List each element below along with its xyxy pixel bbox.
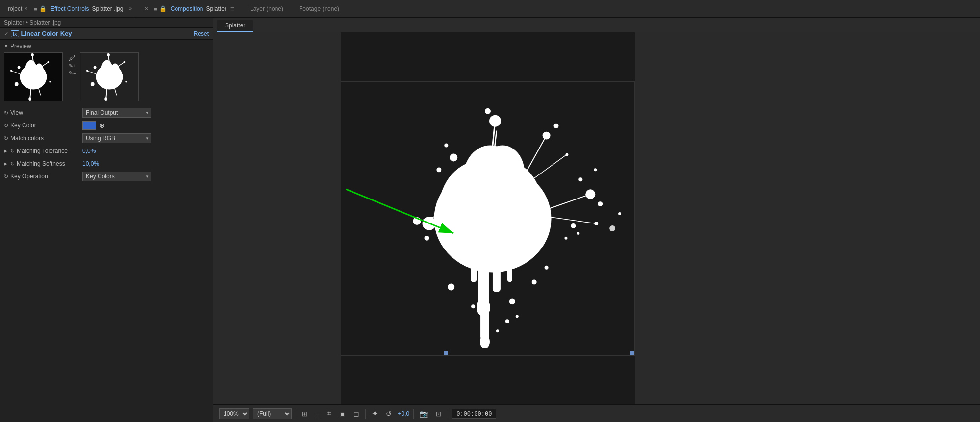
matching-tolerance-label-group: ▶ ↻ Matching Tolerance (4, 148, 82, 154)
result-thumbnail-container (80, 52, 139, 101)
zoom-dropdown[interactable]: 100% 50% 200% Fit (219, 408, 249, 419)
handle-bottom-right[interactable] (630, 351, 634, 355)
quality-dropdown[interactable]: (Full) (Half) (Quarter) (253, 408, 292, 419)
match-colors-label-group: ↻ Match colors (4, 135, 82, 142)
view-dropdown[interactable]: Final Output Source Only Matte Only (82, 108, 151, 118)
svg-point-79 (505, 319, 509, 323)
effect-controls-panel: Splatter • Splatter .jpg ✓ fx Linear Col… (0, 18, 213, 422)
svg-point-63 (450, 153, 457, 161)
splatter-art-svg (341, 82, 634, 355)
svg-point-22 (107, 53, 110, 56)
color-plus-value[interactable]: +0,0 (398, 410, 409, 417)
svg-point-66 (448, 283, 454, 290)
viewer-tabs: Splatter (213, 18, 980, 32)
svg-point-56 (594, 168, 597, 171)
handle-bottom-left[interactable] (444, 351, 448, 355)
matching-softness-value-group: 10,0% (82, 160, 209, 167)
source-thumbnail-container (4, 52, 63, 101)
snapshot-icon[interactable]: 📷 (418, 409, 430, 419)
quality-dropdown-wrapper: (Full) (Half) (Quarter) (253, 408, 292, 419)
key-color-cycle-icon[interactable]: ↻ (4, 123, 8, 129)
svg-point-69 (509, 298, 515, 304)
matching-softness-value[interactable]: 10,0% (82, 160, 99, 167)
svg-point-16 (24, 72, 43, 86)
timecode-display: 0:00:00:00 (452, 409, 496, 419)
region-of-interest-icon[interactable]: ⌗ (326, 408, 333, 419)
breadcrumb: Splatter • Splatter .jpg (0, 18, 213, 28)
source-thumbnail[interactable] (4, 52, 63, 101)
svg-point-67 (532, 279, 537, 284)
project-tab-label: roject (8, 5, 22, 12)
preview-collapse-arrow[interactable]: ▼ (4, 44, 8, 49)
tab-splatter[interactable]: Splatter (217, 20, 253, 32)
view-label: View (10, 109, 23, 116)
svg-point-11 (18, 66, 21, 69)
key-operation-dropdown[interactable]: Key Colors Keep Colors (82, 172, 151, 181)
svg-point-70 (471, 304, 475, 308)
effect-enabled-checkbox[interactable]: ✓ (4, 30, 9, 37)
toolbar-divider-1 (296, 409, 296, 419)
comp-menu-icon[interactable]: ≡ (230, 5, 234, 13)
viewer-quality-icon[interactable]: □ (314, 409, 322, 419)
svg-point-45 (480, 335, 490, 348)
matching-tolerance-label: Matching Tolerance (17, 148, 68, 154)
eyedropper-minus-icon[interactable]: ✎− (69, 71, 76, 76)
eyedropper-plus-icon[interactable]: 🖊 (69, 54, 76, 61)
view-cycle-icon[interactable]: ↻ (4, 110, 8, 116)
color-correction-icon[interactable]: ✦ (370, 408, 380, 419)
matching-softness-label-group: ▶ ↻ Matching Softness (4, 160, 82, 167)
svg-point-15 (10, 70, 12, 72)
composition-frame (341, 81, 635, 356)
key-operation-cycle-icon[interactable]: ↻ (4, 174, 8, 180)
svg-point-30 (91, 82, 95, 86)
key-color-label: Key Color (10, 122, 36, 129)
show-channel-icon[interactable]: ▣ (337, 409, 348, 419)
softness-expand-icon[interactable]: ▶ (4, 161, 7, 166)
key-operation-dropdown-wrapper: Key Colors Keep Colors (82, 172, 151, 181)
composition-close-tab[interactable]: ✕ (140, 4, 152, 13)
toolbar-divider-3 (413, 409, 414, 419)
toggle-transparency-grid-icon[interactable]: ⊞ (300, 409, 310, 419)
reset-button[interactable]: Reset (194, 30, 209, 37)
tolerance-expand-icon[interactable]: ▶ (4, 149, 7, 153)
toolbar-divider-4 (448, 409, 448, 419)
toolbar-divider-2 (365, 409, 366, 419)
eyedropper-icon[interactable]: ⊕ (99, 122, 105, 129)
right-section: Splatter (213, 18, 980, 422)
composition-tab-section: ✕ ■ 🔒 Composition Splatter ≡ (136, 0, 238, 17)
softness-cycle-icon[interactable]: ↻ (10, 161, 15, 167)
project-tab-close[interactable]: ✕ (24, 6, 28, 11)
svg-point-77 (577, 231, 579, 234)
preview-label-text: Preview (10, 43, 31, 50)
match-colors-cycle-icon[interactable]: ↻ (4, 135, 8, 142)
key-color-value-group: ⊕ (82, 121, 209, 130)
comp-close-icon[interactable]: ✕ (144, 6, 148, 11)
show-snapshot-icon[interactable]: ⊡ (434, 409, 444, 419)
svg-point-57 (609, 225, 615, 231)
key-color-control-row: ↻ Key Color ⊕ (0, 119, 213, 132)
refresh-icon[interactable]: ↺ (384, 409, 394, 419)
key-color-label-group: ↻ Key Color (4, 122, 82, 129)
viewer-main: Splatter (213, 18, 980, 404)
key-operation-control-row: ↻ Key Operation Key Colors Keep Colors (0, 170, 213, 183)
result-thumbnail[interactable] (80, 52, 139, 101)
zoom-control: 100% 50% 200% Fit (219, 408, 249, 419)
matching-tolerance-value[interactable]: 0,0% (82, 148, 96, 154)
svg-rect-42 (471, 257, 477, 282)
expand-arrow-icon[interactable]: » (129, 6, 132, 11)
key-color-swatch[interactable] (82, 121, 96, 130)
tolerance-cycle-icon[interactable]: ↻ (10, 148, 15, 154)
svg-point-24 (124, 61, 126, 63)
svg-point-12 (49, 81, 51, 83)
match-colors-dropdown[interactable]: Using RGB Using Hue Using Chroma (82, 133, 151, 143)
3d-view-icon[interactable]: ◻ (352, 409, 361, 419)
eyedropper-add-icon[interactable]: ✎+ (69, 63, 76, 69)
svg-point-29 (126, 81, 127, 83)
project-tab-section: roject ✕ ■ 🔒 Effect Controls Splatter .j… (0, 0, 136, 17)
svg-point-9 (28, 97, 31, 101)
project-tab[interactable]: roject ✕ (4, 3, 32, 14)
right-grey-area (635, 32, 980, 404)
svg-rect-44 (480, 297, 489, 341)
svg-point-80 (496, 329, 499, 332)
bottom-toolbar: 100% 50% 200% Fit (Full) (Half) (Quarter… (213, 404, 980, 422)
